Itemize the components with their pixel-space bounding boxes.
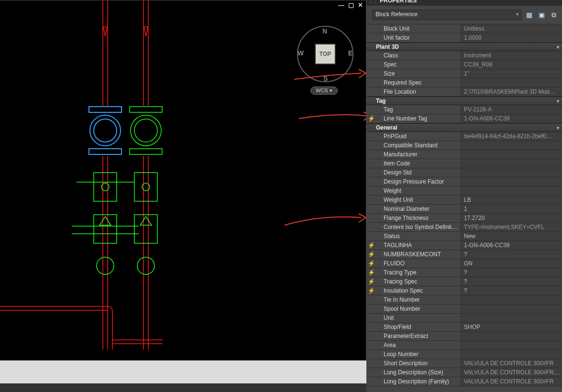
object-type-select[interactable]: Block Reference xyxy=(372,10,522,20)
row-numbraskemcont[interactable]: ⚡NUMBRASKEMCONT? xyxy=(366,250,562,259)
row-class[interactable]: ClassInstrument xyxy=(366,51,562,60)
row-spool-number[interactable]: Spool Number xyxy=(366,305,562,314)
value-spool-number[interactable] xyxy=(461,305,562,313)
label-long-desc-fam: Long Description (Family) xyxy=(376,377,461,386)
value-weight[interactable] xyxy=(461,186,562,195)
viewport-footer xyxy=(0,360,366,383)
row-long-desc-size[interactable]: Long Description (Size)VALVULA DE CONTRO… xyxy=(366,368,562,377)
row-loop-number[interactable]: Loop Number xyxy=(366,350,562,359)
row-manufacturer[interactable]: Manufacturer xyxy=(366,150,562,159)
label-required-spec: Required Spec xyxy=(376,78,461,87)
value-required-spec[interactable] xyxy=(461,78,562,87)
model-viewport[interactable]: — ▢ ✕ xyxy=(0,0,366,360)
value-fluido[interactable]: GN xyxy=(461,259,562,268)
row-area[interactable]: Area xyxy=(366,341,562,350)
value-loop-number[interactable] xyxy=(461,350,562,359)
bolt-icon: ⚡ xyxy=(368,250,375,259)
annotation-arrow-general xyxy=(282,211,368,235)
row-required-spec[interactable]: Required Spec xyxy=(366,78,562,87)
section-header-plant3d[interactable]: Plant 3D ▾ xyxy=(366,43,562,51)
row-tag[interactable]: TagPV-2126-A xyxy=(366,105,562,114)
row-unit-factor[interactable]: Unit factor 1.0000 xyxy=(366,33,562,43)
row-taglinha[interactable]: ⚡TAGLINHA1-GN-A006-CC39 xyxy=(366,241,562,250)
value-status[interactable]: New xyxy=(461,232,562,240)
value-tie-in-number[interactable] xyxy=(461,295,562,304)
section-title-plant3d: Plant 3D xyxy=(376,44,399,50)
row-line-number-tag[interactable]: ⚡Line Number Tag1-GN-A006-CC39 xyxy=(366,114,562,123)
label-design-pf: Design Pressure Factor xyxy=(376,177,461,186)
value-area[interactable] xyxy=(461,341,562,349)
row-tie-in-number[interactable]: Tie In Number xyxy=(366,295,562,305)
value-param-extract[interactable] xyxy=(461,332,562,340)
row-short-desc[interactable]: Short DescriptionVALVULA DE CONTROLE 300… xyxy=(366,359,562,368)
value-unit-factor: 1.0000 xyxy=(461,33,562,42)
row-item-code[interactable]: Item Code xyxy=(366,159,562,168)
value-design-std[interactable] xyxy=(461,168,562,177)
bolt-icon: ⚡ xyxy=(368,259,375,268)
quick-select-icon[interactable]: ▦ xyxy=(524,10,534,20)
properties-titlebar[interactable]: ⋮⋮ PROPERTIES xyxy=(366,0,562,6)
row-shop-field[interactable]: Shop/FieldSHOP xyxy=(366,323,562,332)
svg-point-14 xyxy=(90,115,121,146)
value-tracing-type[interactable]: ? xyxy=(461,268,562,277)
value-taglinha[interactable]: 1-GN-A006-CC39 xyxy=(461,241,562,250)
row-flange-thk[interactable]: Flange Thickness17.2720 xyxy=(366,214,562,223)
row-tracing-type[interactable]: ⚡Tracing Type? xyxy=(366,268,562,277)
row-pnpguid[interactable]: PnPGuidbe4ef914-64cf-42da-821b-2bef0… xyxy=(366,132,562,141)
value-design-pf[interactable] xyxy=(461,177,562,186)
row-insulation-spec[interactable]: ⚡Insulation Spec? xyxy=(366,286,562,295)
row-spec[interactable]: SpecCC39_R08 xyxy=(366,60,562,69)
row-compat-std[interactable]: Compatible Standard xyxy=(366,141,562,150)
svg-point-33 xyxy=(97,257,114,274)
value-manufacturer[interactable] xyxy=(461,150,562,159)
value-size: 1" xyxy=(461,69,562,78)
row-nominal-diam[interactable]: Nominal Diameter1 xyxy=(366,205,562,214)
svg-point-19 xyxy=(134,119,157,142)
section-header-general[interactable]: General ▾ xyxy=(366,123,562,132)
toggle-pickadd-icon[interactable]: ⧉ xyxy=(549,10,559,20)
value-item-code[interactable] xyxy=(461,159,562,168)
svg-marker-9 xyxy=(144,27,148,36)
grip-icon[interactable]: ⋮⋮ xyxy=(369,0,378,4)
row-weight-unit[interactable]: Weight UnitLB xyxy=(366,196,562,205)
label-block-unit: Block Unit xyxy=(376,24,461,33)
row-size[interactable]: Size1" xyxy=(366,69,562,78)
value-numbraskemcont[interactable]: ? xyxy=(461,250,562,259)
row-file-location[interactable]: File LocationZ:\7010\BRASKEM\Plant 3D Mo… xyxy=(366,87,562,97)
bolt-icon: ⚡ xyxy=(368,114,375,123)
value-nominal-diam[interactable]: 1 xyxy=(461,205,562,213)
row-block-unit[interactable]: Block Unit Unitless xyxy=(366,24,562,33)
row-weight[interactable]: Weight xyxy=(366,186,562,196)
select-objects-icon[interactable]: ▣ xyxy=(536,10,547,20)
label-numbraskemcont: NUMBRASKEMCONT xyxy=(376,250,461,259)
label-manufacturer: Manufacturer xyxy=(376,150,461,159)
row-design-pf[interactable]: Design Pressure Factor xyxy=(366,177,562,186)
row-tracing-spec[interactable]: ⚡Tracing Spec? xyxy=(366,277,562,286)
label-loop-number: Loop Number xyxy=(376,350,461,359)
value-flange-thk[interactable]: 17.2720 xyxy=(461,214,562,222)
row-param-extract[interactable]: ParameterExtract xyxy=(366,332,562,341)
value-long-desc-fam: VALVULA DE CONTROLE 300#FR xyxy=(461,377,562,386)
value-pnpguid: be4ef914-64cf-42da-821b-2bef0… xyxy=(461,132,562,141)
value-weight-unit[interactable]: LB xyxy=(461,196,562,204)
label-short-desc: Short Description xyxy=(376,359,461,368)
row-content-iso[interactable]: Content Iso Symbol Definit…TYPE=Instrume… xyxy=(366,223,562,232)
row-long-desc-fam[interactable]: Long Description (Family)VALVULA DE CONT… xyxy=(366,377,562,386)
label-tag: Tag xyxy=(376,105,461,114)
viewport-footer-dark xyxy=(0,383,366,392)
section-header-tag[interactable]: Tag ▾ xyxy=(366,97,562,105)
row-unit[interactable]: Unit xyxy=(366,314,562,323)
value-shop-field[interactable]: SHOP xyxy=(461,323,562,331)
panel-title: PROPERTIES xyxy=(380,0,417,4)
svg-marker-2 xyxy=(103,27,107,36)
label-tracing-type: Tracing Type xyxy=(376,268,461,277)
value-compat-std[interactable] xyxy=(461,141,562,150)
value-tracing-spec[interactable]: ? xyxy=(461,277,562,286)
value-insulation-spec[interactable]: ? xyxy=(461,286,562,295)
row-design-std[interactable]: Design Std xyxy=(366,168,562,177)
row-status[interactable]: StatusNew xyxy=(366,232,562,241)
viewcube-top-face[interactable]: TOP xyxy=(315,44,336,65)
row-fluido[interactable]: ⚡FLUIDOGN xyxy=(366,259,562,268)
value-long-desc-size: VALVULA DE CONTROLE 300#FR,… xyxy=(461,368,562,377)
value-unit[interactable] xyxy=(461,314,562,322)
